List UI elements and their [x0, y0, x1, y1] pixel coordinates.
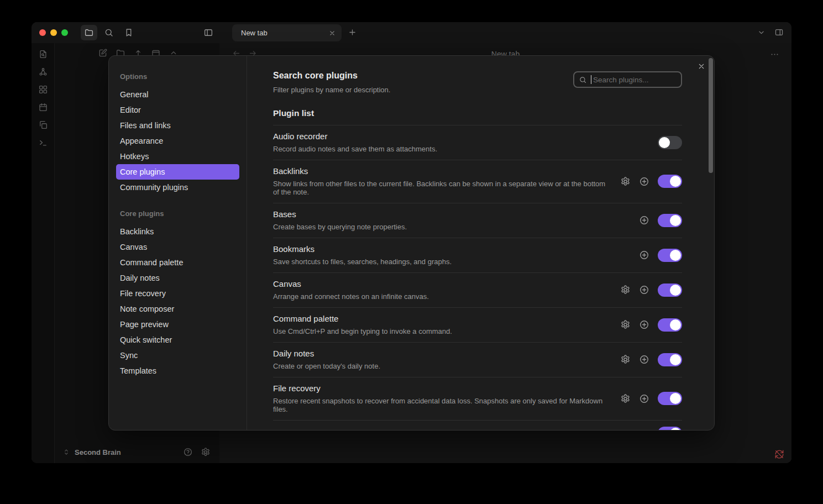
plugin-row: Audio recorderRecord audio notes and sav…: [273, 125, 682, 160]
plugin-hotkey-plus-icon[interactable]: [639, 354, 649, 365]
toggle-knob: [670, 250, 681, 261]
nav-item-appearance[interactable]: Appearance: [116, 133, 239, 149]
plugin-row: BookmarksSave shortcuts to files, search…: [273, 238, 682, 273]
plugin-settings-gear-icon[interactable]: [620, 393, 631, 404]
plugin-info: Files: [273, 428, 291, 430]
settings-nav: OptionsGeneralEditorFiles and linksAppea…: [109, 56, 247, 430]
search-heading: Search core plugins: [273, 70, 390, 81]
plugin-hotkey-plus-icon[interactable]: [639, 176, 649, 187]
plugin-controls: [620, 175, 682, 188]
plugin-toggle[interactable]: [658, 284, 682, 297]
plugin-toggle[interactable]: [658, 318, 682, 332]
plugin-settings-gear-icon[interactable]: [620, 319, 631, 330]
toggle-knob: [670, 354, 681, 365]
plugin-toggle[interactable]: [658, 175, 682, 188]
plugin-hotkey-plus-icon[interactable]: [639, 319, 649, 330]
toggle-knob: [670, 285, 681, 296]
nav-item-daily-notes[interactable]: Daily notes: [116, 270, 239, 286]
nav-item-file-recovery[interactable]: File recovery: [116, 286, 239, 301]
plugin-controls: [620, 318, 682, 332]
plugin-toggle[interactable]: [658, 427, 682, 430]
plugin-description: Create or open today's daily note.: [273, 362, 380, 370]
plugin-controls: [639, 249, 682, 262]
search-icon: [104, 28, 114, 38]
chevron-down-icon[interactable]: [757, 28, 766, 37]
plugin-row: Files: [273, 421, 682, 430]
tab-close-icon[interactable]: [328, 29, 336, 37]
plugin-hotkey-plus-icon[interactable]: [639, 285, 649, 295]
plugin-description: Show links from other files to the curre…: [273, 180, 613, 196]
nav-item-backlinks[interactable]: Backlinks: [116, 224, 239, 239]
plugin-name: Backlinks: [273, 166, 613, 176]
plugin-list-heading: Plugin list: [273, 108, 682, 119]
bookmark-icon: [124, 28, 134, 38]
plugin-search-input[interactable]: [592, 76, 677, 84]
bookmark-button[interactable]: [120, 25, 137, 40]
plugin-info: File recoveryRestore recent snapshots to…: [273, 384, 613, 413]
plugin-settings-gear-icon[interactable]: [620, 354, 631, 365]
minimize-window-button[interactable]: [50, 29, 57, 36]
nav-item-page-preview[interactable]: Page preview: [116, 317, 239, 332]
plugin-hotkey-plus-icon[interactable]: [639, 250, 649, 260]
plugin-controls: [620, 353, 682, 366]
search-heading-block: Search core plugins Filter plugins by na…: [273, 70, 390, 95]
plugin-info: Audio recorderRecord audio notes and sav…: [273, 132, 437, 153]
plugin-row: File recoveryRestore recent snapshots to…: [273, 377, 682, 421]
plugin-settings-gear-icon[interactable]: [620, 176, 631, 187]
search-button[interactable]: [101, 25, 117, 40]
search-icon: [579, 76, 587, 84]
plugin-description: Record audio notes and save them as atta…: [273, 145, 437, 153]
nav-section: Core pluginsBacklinksCanvasCommand palet…: [116, 208, 239, 379]
nav-item-sync[interactable]: Sync: [116, 348, 239, 363]
plugin-settings-gear-icon[interactable]: [620, 285, 631, 295]
plugin-name: Audio recorder: [273, 132, 437, 141]
sync-error-icon[interactable]: [774, 449, 784, 459]
plugin-name: Canvas: [273, 279, 429, 289]
nav-item-hotkeys[interactable]: Hotkeys: [116, 149, 239, 164]
toggle-knob: [670, 176, 681, 187]
nav-section-header: Core plugins: [116, 208, 239, 219]
tab-new-tab[interactable]: New tab: [232, 24, 342, 41]
nav-item-core-plugins[interactable]: Core plugins: [116, 164, 239, 180]
plugin-name: Files: [273, 428, 291, 430]
toggle-right-sidebar-button[interactable]: [774, 28, 784, 37]
plugin-description: Restore recent snapshots to recover from…: [273, 397, 613, 413]
nav-item-quick-switcher[interactable]: Quick switcher: [116, 332, 239, 348]
plugin-toggle[interactable]: [658, 136, 682, 149]
plugin-toggle[interactable]: [658, 353, 682, 366]
folder-button[interactable]: [81, 25, 97, 40]
toggle-knob: [670, 319, 681, 330]
titlebar: New tab: [32, 22, 791, 43]
plugin-hotkey-plus-icon[interactable]: [639, 393, 649, 404]
nav-item-files-and-links[interactable]: Files and links: [116, 118, 239, 133]
zoom-window-button[interactable]: [61, 29, 68, 36]
settings-content: Search core plugins Filter plugins by na…: [247, 56, 714, 430]
nav-item-templates[interactable]: Templates: [116, 363, 239, 379]
nav-item-community-plugins[interactable]: Community plugins: [116, 180, 239, 195]
plugin-toggle[interactable]: [658, 392, 682, 405]
scrollbar-thumb[interactable]: [709, 58, 713, 173]
toggle-left-sidebar-button[interactable]: [200, 25, 217, 40]
modal-close-button[interactable]: [697, 62, 706, 71]
plugin-row: BacklinksShow links from other files to …: [273, 160, 682, 203]
plugin-toggle[interactable]: [658, 249, 682, 262]
plugin-toggle[interactable]: [658, 214, 682, 227]
plugin-search-box[interactable]: [573, 71, 682, 88]
plugin-info: Daily notesCreate or open today's daily …: [273, 349, 380, 370]
plugin-row: CanvasArrange and connect notes on an in…: [273, 273, 682, 308]
plugin-hotkey-plus-icon[interactable]: [639, 215, 649, 225]
settings-modal: OptionsGeneralEditorFiles and linksAppea…: [108, 55, 715, 431]
new-tab-button[interactable]: [348, 28, 357, 37]
nav-item-canvas[interactable]: Canvas: [116, 239, 239, 255]
plugin-info: Command paletteUse Cmd/Ctrl+P and begin …: [273, 314, 452, 335]
folder-icon: [84, 28, 94, 38]
nav-item-general[interactable]: General: [116, 87, 239, 102]
nav-item-editor[interactable]: Editor: [116, 102, 239, 118]
nav-item-command-palette[interactable]: Command palette: [116, 255, 239, 270]
plugin-info: BookmarksSave shortcuts to files, search…: [273, 244, 452, 266]
plugin-name: Bookmarks: [273, 244, 452, 254]
plugin-name: File recovery: [273, 384, 613, 393]
nav-section-header: Options: [116, 71, 239, 82]
close-window-button[interactable]: [39, 29, 46, 36]
nav-item-note-composer[interactable]: Note composer: [116, 301, 239, 317]
